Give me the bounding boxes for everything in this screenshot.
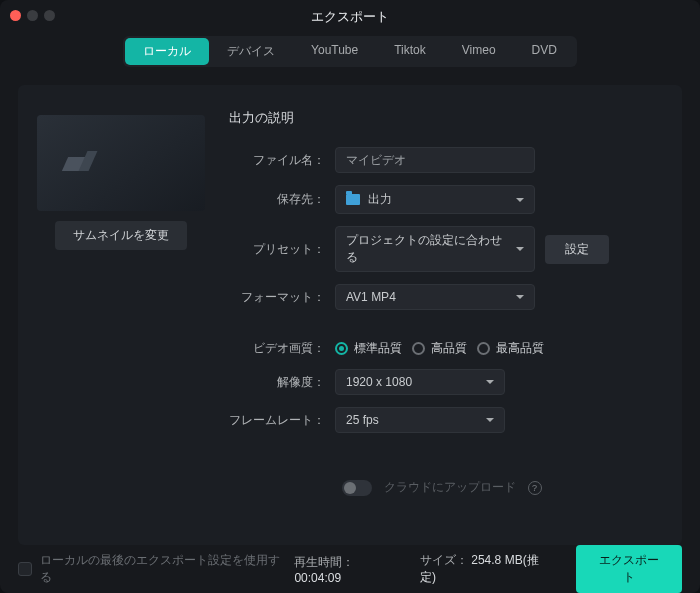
framerate-label: フレームレート：	[223, 412, 335, 429]
chevron-down-icon	[516, 295, 524, 299]
section-title: 出力の説明	[223, 109, 660, 127]
quality-standard-label: 標準品質	[354, 340, 402, 357]
change-thumbnail-button[interactable]: サムネイルを変更	[55, 221, 187, 250]
tab-local[interactable]: ローカル	[125, 38, 209, 65]
tab-device[interactable]: デバイス	[209, 38, 293, 65]
settings-button[interactable]: 設定	[545, 235, 609, 264]
resolution-label: 解像度：	[223, 374, 335, 391]
cloud-upload-toggle[interactable]	[342, 480, 372, 496]
quality-best-radio[interactable]: 最高品質	[477, 340, 544, 357]
quality-best-label: 最高品質	[496, 340, 544, 357]
chevron-down-icon	[486, 418, 494, 422]
quality-label: ビデオ画質：	[223, 340, 335, 357]
duration-label: 再生時間：	[294, 555, 354, 569]
chevron-down-icon	[516, 198, 524, 202]
tab-dvd[interactable]: DVD	[514, 38, 575, 65]
radio-icon	[477, 342, 490, 355]
tab-strip: ローカル デバイス YouTube Tiktok Vimeo DVD	[0, 34, 700, 75]
framerate-select[interactable]: 25 fps	[335, 407, 505, 433]
preset-label: プリセット：	[223, 241, 335, 258]
folder-icon	[346, 194, 360, 205]
close-icon[interactable]	[10, 10, 21, 21]
radio-icon	[412, 342, 425, 355]
tab-tiktok[interactable]: Tiktok	[376, 38, 444, 65]
quality-standard-radio[interactable]: 標準品質	[335, 340, 402, 357]
tab-vimeo[interactable]: Vimeo	[444, 38, 514, 65]
tab-youtube[interactable]: YouTube	[293, 38, 376, 65]
radio-icon	[335, 342, 348, 355]
resolution-select[interactable]: 1920 x 1080	[335, 369, 505, 395]
remember-settings-label: ローカルの最後のエクスポート設定を使用する	[40, 552, 287, 586]
format-label: フォーマット：	[223, 289, 335, 306]
chevron-down-icon	[516, 247, 524, 251]
help-icon[interactable]: ?	[528, 481, 542, 495]
quality-high-label: 高品質	[431, 340, 467, 357]
saveto-value: 出力	[368, 191, 392, 208]
resolution-value: 1920 x 1080	[346, 375, 412, 389]
window-title: エクスポート	[311, 8, 389, 26]
export-button[interactable]: エクスポート	[576, 545, 682, 593]
filename-label: ファイル名：	[223, 152, 335, 169]
thumbnail-preview	[37, 115, 205, 211]
duration-value: 00:04:09	[294, 571, 341, 585]
minimize-icon[interactable]	[27, 10, 38, 21]
framerate-value: 25 fps	[346, 413, 379, 427]
remember-settings-checkbox[interactable]	[18, 562, 32, 576]
size-label: サイズ：	[420, 553, 468, 567]
filename-input[interactable]	[335, 147, 535, 173]
saveto-label: 保存先：	[223, 191, 335, 208]
format-value: AV1 MP4	[346, 290, 396, 304]
cloud-upload-label: クラウドにアップロード	[384, 479, 516, 496]
preset-select[interactable]: プロジェクトの設定に合わせる	[335, 226, 535, 272]
preset-value: プロジェクトの設定に合わせる	[346, 232, 508, 266]
chevron-down-icon	[486, 380, 494, 384]
quality-high-radio[interactable]: 高品質	[412, 340, 467, 357]
format-select[interactable]: AV1 MP4	[335, 284, 535, 310]
maximize-icon[interactable]	[44, 10, 55, 21]
saveto-select[interactable]: 出力	[335, 185, 535, 214]
